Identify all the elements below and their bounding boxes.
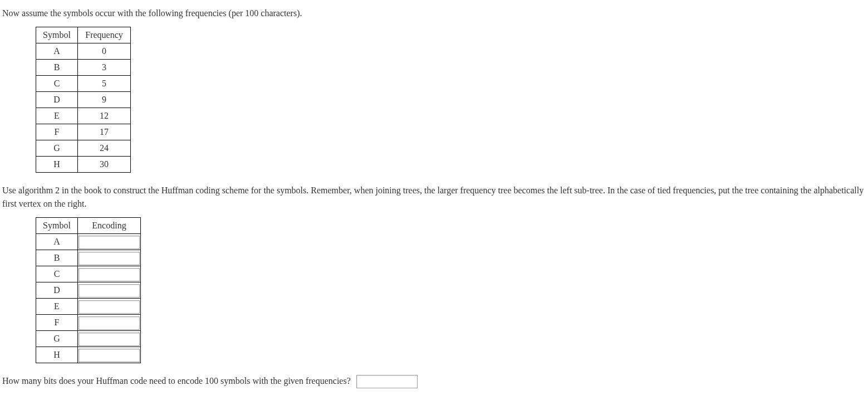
freq-cell-frequency: 3 [78, 60, 131, 76]
intro-text: Now assume the symbols occur with the fo… [2, 7, 866, 20]
table-row: G 24 [36, 140, 131, 157]
table-row: D [36, 282, 141, 299]
freq-cell-frequency: 12 [78, 108, 131, 124]
freq-cell-symbol: G [36, 140, 78, 157]
enc-cell-symbol: G [36, 331, 78, 347]
freq-cell-frequency: 5 [78, 76, 131, 92]
enc-header-encoding: Encoding [78, 218, 141, 234]
freq-cell-frequency: 17 [78, 124, 131, 140]
enc-cell-symbol: B [36, 250, 78, 266]
freq-cell-symbol: E [36, 108, 78, 124]
encoding-input-g[interactable] [79, 333, 140, 346]
table-row: C 5 [36, 76, 131, 92]
freq-cell-symbol: C [36, 76, 78, 92]
enc-cell-symbol: F [36, 315, 78, 331]
enc-cell-symbol: A [36, 234, 78, 250]
enc-cell-symbol: D [36, 282, 78, 299]
table-row: C [36, 266, 141, 282]
freq-cell-symbol: A [36, 43, 78, 60]
encoding-input-b[interactable] [79, 252, 140, 265]
final-question-text: How many bits does your Huffman code nee… [2, 376, 351, 386]
table-row: H [36, 347, 141, 363]
enc-cell-symbol: C [36, 266, 78, 282]
table-row: E 12 [36, 108, 131, 124]
table-row: A [36, 234, 141, 250]
encoding-input-d[interactable] [79, 284, 140, 297]
encoding-table: Symbol Encoding A B C D E F G [36, 217, 141, 363]
freq-cell-frequency: 9 [78, 92, 131, 108]
encoding-input-c[interactable] [79, 268, 140, 281]
table-row: B 3 [36, 60, 131, 76]
freq-cell-symbol: B [36, 60, 78, 76]
table-row: A 0 [36, 43, 131, 60]
freq-cell-symbol: D [36, 92, 78, 108]
freq-cell-frequency: 30 [78, 157, 131, 173]
enc-header-symbol: Symbol [36, 218, 78, 234]
freq-header-frequency: Frequency [78, 27, 131, 43]
freq-cell-frequency: 24 [78, 140, 131, 157]
freq-header-symbol: Symbol [36, 27, 78, 43]
enc-cell-symbol: E [36, 299, 78, 315]
encoding-input-h[interactable] [79, 349, 140, 362]
table-row: H 30 [36, 157, 131, 173]
freq-cell-symbol: H [36, 157, 78, 173]
table-row: F [36, 315, 141, 331]
encoding-input-a[interactable] [79, 236, 140, 249]
instructions-text: Use algorithm 2 in the book to construct… [2, 184, 866, 211]
frequency-table: Symbol Frequency A 0 B 3 C 5 D 9 E 12 F … [36, 27, 131, 173]
enc-cell-symbol: H [36, 347, 78, 363]
final-answer-input[interactable] [356, 375, 418, 388]
table-row: B [36, 250, 141, 266]
freq-cell-frequency: 0 [78, 43, 131, 60]
final-question-row: How many bits does your Huffman code nee… [2, 374, 866, 388]
encoding-input-f[interactable] [79, 316, 140, 330]
table-row: D 9 [36, 92, 131, 108]
table-row: E [36, 299, 141, 315]
encoding-input-e[interactable] [79, 300, 140, 314]
table-row: F 17 [36, 124, 131, 140]
table-row: G [36, 331, 141, 347]
freq-cell-symbol: F [36, 124, 78, 140]
